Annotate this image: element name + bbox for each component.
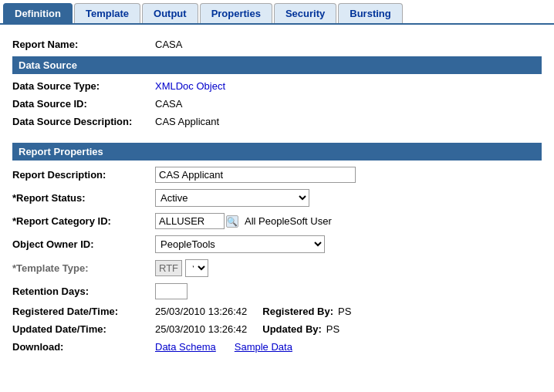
report-category-row: *Report Category ID: 🔍 All PeopleSoft Us…	[12, 213, 542, 229]
report-desc-row: Report Description:	[12, 167, 542, 183]
report-category-search-icon[interactable]: 🔍	[226, 215, 238, 228]
data-source-section-header: Data Source	[12, 56, 542, 74]
main-content: Report Name: CASA Data Source Data Sourc…	[0, 25, 554, 371]
tabs-bar: Definition Template Output Properties Se…	[0, 0, 554, 25]
data-source-id-label: Data Source ID:	[12, 98, 155, 110]
template-type-select[interactable]: ▼	[185, 259, 208, 277]
updated-by-label: Updated By:	[262, 323, 322, 335]
report-category-input[interactable]	[155, 213, 225, 229]
data-source-type-row: Data Source Type: XMLDoc Object	[12, 80, 542, 92]
tab-bursting[interactable]: Bursting	[338, 3, 402, 23]
report-category-desc: All PeopleSoft User	[245, 215, 332, 227]
object-owner-label: Object Owner ID:	[12, 238, 155, 250]
report-properties-section-header: Report Properties	[12, 143, 542, 161]
data-source-type-value: XMLDoc Object	[155, 80, 225, 92]
data-source-section: Data Source Type: XMLDoc Object Data Sou…	[12, 80, 542, 138]
template-type-label: *Template Type:	[12, 262, 155, 274]
page-container: Definition Template Output Properties Se…	[0, 0, 554, 392]
report-status-select[interactable]: Active Inactive	[155, 189, 309, 207]
tab-template[interactable]: Template	[74, 3, 140, 23]
data-source-id-value: CASA	[155, 98, 182, 110]
tab-security[interactable]: Security	[274, 3, 336, 23]
template-type-display: RTF	[155, 260, 182, 276]
registered-by-label: Registered By:	[262, 306, 333, 317]
download-sample-data-link[interactable]: Sample Data	[235, 341, 292, 353]
report-name-row: Report Name: CASA	[12, 39, 542, 50]
retention-days-label: Retention Days:	[12, 286, 155, 297]
report-desc-label: Report Description:	[12, 169, 155, 181]
tab-definition[interactable]: Definition	[3, 3, 73, 23]
retention-days-input[interactable]	[155, 283, 187, 299]
data-source-id-row: Data Source ID: CASA	[12, 98, 542, 110]
data-source-desc-value: CAS Applicant	[155, 116, 219, 127]
report-category-label: *Report Category ID:	[12, 215, 155, 227]
download-label: Download:	[12, 341, 155, 353]
download-row: Download: Data Schema Sample Data	[12, 341, 542, 353]
download-data-schema-link[interactable]: Data Schema	[155, 341, 216, 353]
updated-datetime-label: Updated Date/Time:	[12, 323, 155, 335]
updated-datetime-row: Updated Date/Time: 25/03/2010 13:26:42 U…	[12, 323, 542, 335]
report-status-row: *Report Status: Active Inactive	[12, 189, 542, 207]
updated-datetime-value: 25/03/2010 13:26:42	[155, 323, 247, 335]
report-name-label: Report Name:	[12, 39, 155, 50]
report-name-value: CASA	[155, 39, 182, 50]
registered-by-value: PS	[338, 306, 351, 317]
template-type-row: *Template Type: RTF ▼	[12, 259, 542, 277]
object-owner-select[interactable]: PeopleTools Other	[155, 235, 325, 253]
data-source-desc-row: Data Source Description: CAS Applicant	[12, 116, 542, 127]
data-source-desc-label: Data Source Description:	[12, 116, 155, 127]
registered-datetime-value: 25/03/2010 13:26:42	[155, 306, 247, 317]
retention-days-row: Retention Days:	[12, 283, 542, 299]
data-source-type-label: Data Source Type:	[12, 80, 155, 92]
registered-datetime-label: Registered Date/Time:	[12, 306, 155, 317]
updated-by-value: PS	[326, 323, 339, 335]
tab-output[interactable]: Output	[142, 3, 198, 23]
registered-datetime-row: Registered Date/Time: 25/03/2010 13:26:4…	[12, 306, 542, 317]
report-status-label: *Report Status:	[12, 192, 155, 204]
report-desc-input[interactable]	[155, 167, 356, 183]
tab-properties[interactable]: Properties	[200, 3, 272, 23]
object-owner-row: Object Owner ID: PeopleTools Other	[12, 235, 542, 253]
report-properties-section: Report Description: *Report Status: Acti…	[12, 167, 542, 363]
